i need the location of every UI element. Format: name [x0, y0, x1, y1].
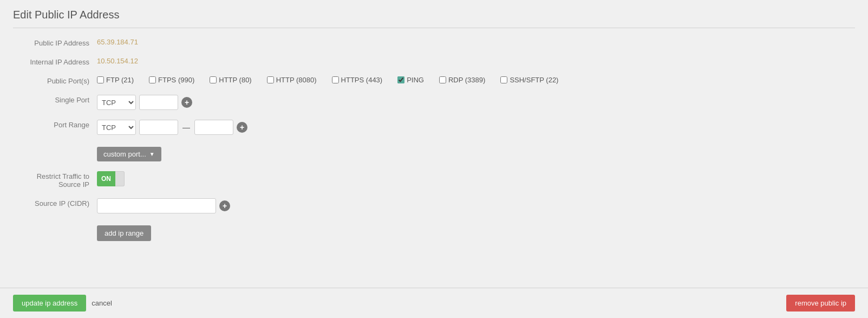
divider-top	[13, 28, 855, 28]
port-range-from-input[interactable]	[139, 120, 178, 135]
custom-port-spacer	[13, 145, 97, 146]
port-range-to-input[interactable]	[194, 120, 233, 135]
internal-ip-value: 10.50.154.12	[97, 57, 138, 65]
port-range-add-icon[interactable]: +	[237, 122, 247, 133]
page-container: Edit Public IP Address Public IP Address…	[0, 0, 868, 318]
range-dash: —	[182, 123, 190, 132]
checkbox-item-http80: HTTP (80)	[210, 76, 251, 84]
chevron-down-icon: ▼	[149, 151, 155, 157]
checkbox-label-http80[interactable]: HTTP (80)	[219, 76, 251, 84]
custom-port-label: custom port...	[103, 150, 146, 158]
public-ip-row: Public IP Address 65.39.184.71	[13, 38, 855, 47]
toggle-on-button[interactable]: ON	[97, 171, 115, 186]
checkbox-ping[interactable]	[397, 76, 404, 83]
checkbox-item-sshsftp: SSH/SFTP (22)	[500, 76, 558, 84]
checkbox-ftp[interactable]	[97, 76, 104, 83]
checkbox-rdp[interactable]	[439, 76, 446, 83]
checkbox-item-http8080: HTTP (8080)	[267, 76, 317, 84]
checkbox-item-ping: PING	[397, 76, 424, 84]
checkbox-label-ftp[interactable]: FTP (21)	[106, 76, 134, 84]
single-port-label: Single Port	[13, 95, 97, 104]
public-ports-label: Public Port(s)	[13, 76, 97, 85]
checkbox-label-ping[interactable]: PING	[407, 76, 424, 84]
checkbox-http8080[interactable]	[267, 76, 274, 83]
port-range-protocol-select[interactable]: TCP UDP	[97, 120, 136, 135]
checkbox-item-ftp: FTP (21)	[97, 76, 134, 84]
custom-port-row: custom port... ▼	[13, 145, 855, 161]
checkbox-ftps[interactable]	[149, 76, 156, 83]
restrict-traffic-row: Restrict Traffic to Source IP ON	[13, 171, 855, 189]
add-ip-range-button[interactable]: add ip range	[97, 225, 151, 241]
add-ip-range-row: add ip range	[13, 223, 855, 241]
footer-left: update ip address cancel	[13, 295, 112, 311]
add-ip-range-spacer	[13, 223, 97, 224]
single-port-protocol-select[interactable]: TCP UDP	[97, 95, 136, 110]
checkbox-item-https: HTTPS (443)	[332, 76, 383, 84]
checkbox-label-ftps[interactable]: FTPS (990)	[158, 76, 194, 84]
source-ip-row: Source IP (CIDR) +	[13, 198, 855, 213]
port-range-row: Port Range TCP UDP — +	[13, 120, 855, 135]
restrict-traffic-label: Restrict Traffic to Source IP	[13, 171, 97, 189]
checkbox-label-sshsftp[interactable]: SSH/SFTP (22)	[510, 76, 558, 84]
checkbox-item-rdp: RDP (3389)	[439, 76, 485, 84]
public-ports-checkboxes: FTP (21)FTPS (990)HTTP (80)HTTP (8080)HT…	[97, 76, 573, 84]
checkbox-https[interactable]	[332, 76, 339, 83]
checkbox-http80[interactable]	[210, 76, 217, 83]
checkbox-sshsftp[interactable]	[500, 76, 507, 83]
remove-button[interactable]: remove public ip	[786, 295, 855, 311]
cancel-button[interactable]: cancel	[92, 299, 112, 307]
single-port-add-icon[interactable]: +	[181, 97, 192, 108]
page-title: Edit Public IP Address	[13, 9, 855, 21]
toggle-handle[interactable]	[115, 171, 125, 186]
checkbox-label-rdp[interactable]: RDP (3389)	[448, 76, 485, 84]
source-ip-controls: +	[97, 198, 230, 213]
single-port-controls: TCP UDP +	[97, 95, 192, 110]
single-port-input[interactable]	[139, 95, 178, 110]
public-ip-label: Public IP Address	[13, 38, 97, 47]
update-button[interactable]: update ip address	[13, 295, 86, 311]
internal-ip-label: Internal IP Address	[13, 57, 97, 66]
main-content: Edit Public IP Address Public IP Address…	[0, 0, 868, 288]
public-ip-value: 65.39.184.71	[97, 38, 138, 46]
source-ip-label: Source IP (CIDR)	[13, 198, 97, 207]
public-ports-row: Public Port(s) FTP (21)FTPS (990)HTTP (8…	[13, 76, 855, 85]
checkbox-label-https[interactable]: HTTPS (443)	[341, 76, 383, 84]
port-range-controls: TCP UDP — +	[97, 120, 247, 135]
custom-port-button[interactable]: custom port... ▼	[97, 147, 161, 161]
checkbox-label-http8080[interactable]: HTTP (8080)	[276, 76, 317, 84]
source-ip-add-icon[interactable]: +	[219, 200, 230, 211]
toggle-container: ON	[97, 171, 125, 186]
single-port-row: Single Port TCP UDP +	[13, 95, 855, 110]
internal-ip-row: Internal IP Address 10.50.154.12	[13, 57, 855, 66]
footer-bar: update ip address cancel remove public i…	[0, 288, 868, 318]
port-range-label: Port Range	[13, 120, 97, 129]
source-ip-input[interactable]	[97, 198, 216, 213]
checkbox-item-ftps: FTPS (990)	[149, 76, 194, 84]
